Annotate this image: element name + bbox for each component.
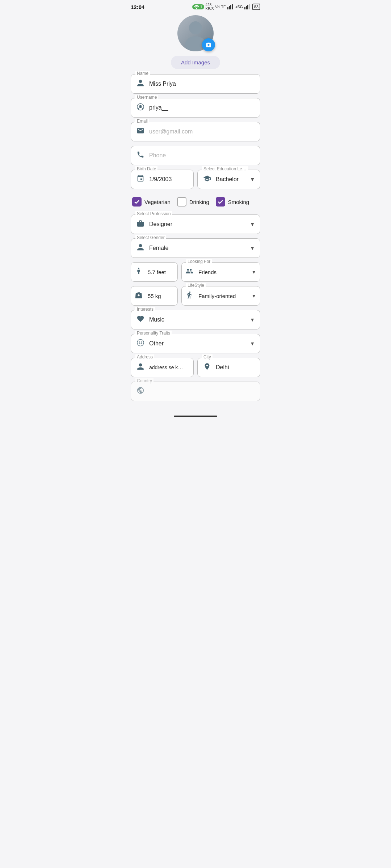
svg-rect-2 [229,6,230,9]
gender-field[interactable]: Select Gender Female ▼ [131,238,260,258]
status-bar: 12:04 1 428KB/S VoLTE +5G 83 [125,0,266,12]
drinking-label: Drinking [189,199,209,205]
checkmark2-icon [218,199,223,205]
email-icon [135,127,146,137]
profession-field[interactable]: Select Profession Designer ▼ [131,214,260,234]
personality-label: Personality Traits [135,331,172,336]
svg-rect-1 [227,7,228,9]
briefcase-icon [135,220,146,229]
profession-label: Select Profession [135,211,172,216]
education-icon [202,175,212,184]
gender-field-group: Select Gender Female ▼ [131,238,260,258]
education-dropdown-arrow: ▼ [250,176,255,182]
gender-dropdown-arrow: ▼ [250,245,255,251]
lookingfor-value: Friends [198,269,216,275]
address-field[interactable]: Address address se kya Gh… [131,358,194,377]
drinking-checkbox[interactable] [177,197,186,207]
name-field[interactable]: Name Miss Priya [131,74,260,94]
username-label: Username [135,95,158,100]
birthdate-field[interactable]: Birth Date 1/9/2003 [131,170,194,189]
checkmark-icon [134,199,140,205]
svg-point-9 [189,21,202,34]
email-label: Email [135,119,149,124]
personality-field[interactable]: Personality Traits Other ▼ [131,334,260,353]
lifestyle-checkboxes-row: Vegetarian Drinking Smoking [131,193,260,210]
weight-value: 55 kg [148,293,161,299]
network-type: VoLTE [215,5,226,9]
lookingfor-field[interactable]: Looking For Friends ▼ [181,262,260,282]
vegetarian-checkbox[interactable] [132,197,142,207]
education-label: Select Education Le… [202,166,248,171]
country-field-group: Country [131,382,260,401]
city-field[interactable]: City Delhi [197,358,260,377]
home-indicator [174,416,217,417]
email-field[interactable]: Email user@gmail.com [131,122,260,141]
address-icon [135,363,146,373]
profession-dropdown-arrow: ▼ [250,221,255,227]
height-value: 5.7 feet [148,269,166,275]
username-field[interactable]: Username priya__ [131,98,260,118]
address-label: Address [135,354,154,359]
username-field-group: Username priya__ [131,98,260,118]
birthdate-education-row: Birth Date 1/9/2003 Select Education Le…… [131,170,260,189]
interests-label: Interests [135,307,155,312]
birthdate-value: 1/9/2003 [149,176,172,183]
lookingfor-label: Looking For [186,259,212,264]
camera-button[interactable] [202,38,215,51]
profession-field-group: Select Profession Designer ▼ [131,214,260,234]
camera-icon [205,42,212,48]
gender-icon [135,243,146,253]
vegetarian-checkbox-item[interactable]: Vegetarian [132,197,171,207]
network-speed: 428KB/S [206,3,214,11]
svg-rect-4 [232,4,233,9]
home-indicator-area [125,413,266,421]
lookingfor-icon [185,267,193,277]
avatar-wrapper [177,15,214,51]
name-field-group: Name Miss Priya [131,74,260,94]
battery-icon: 83 [252,4,260,10]
vegetarian-label: Vegetarian [144,199,171,205]
status-time: 12:04 [131,4,144,10]
svg-point-0 [196,8,197,9]
birthdate-label: Birth Date [135,166,157,171]
smoking-checkbox-item[interactable]: Smoking [216,197,249,207]
phone-field[interactable]: Phone [131,146,260,165]
svg-point-12 [139,105,142,107]
personality-field-group: Personality Traits Other ▼ [131,334,260,353]
username-value: priya__ [149,105,168,111]
gender-label: Select Gender [135,235,166,240]
interests-value: Music [149,316,164,323]
personality-icon [135,339,146,349]
weight-icon [135,291,143,301]
address-city-row: Address address se kya Gh… City Delhi [131,358,260,377]
smoking-checkbox[interactable] [216,197,225,207]
lifestyle-dropdown-arrow: ▼ [251,293,256,299]
interests-field[interactable]: Interests Music ▼ [131,310,260,329]
battery-level: 83 [254,5,258,9]
add-images-button[interactable]: Add Images [171,56,220,69]
height-field[interactable]: 5.7 feet [131,262,178,282]
lifestyle-value: Family-oriented [198,293,236,299]
status-icons: 1 428KB/S VoLTE +5G 83 [192,3,260,11]
weight-field[interactable]: 55 kg [131,286,178,306]
signal-bars2-icon [244,4,251,9]
person-icon [135,79,146,89]
weight-lifestyle-row: 55 kg LifeStyle Family-oriented ▼ [131,286,260,306]
lifestyle-label: LifeStyle [186,283,206,288]
username-icon [135,103,146,113]
lifestyle-field[interactable]: LifeStyle Family-oriented ▼ [181,286,260,306]
email-field-group: Email user@gmail.com [131,122,260,141]
city-icon [202,363,212,373]
svg-point-14 [139,341,140,342]
svg-point-13 [137,339,144,346]
svg-rect-7 [247,5,248,9]
svg-rect-6 [246,6,247,9]
country-field[interactable]: Country [131,382,260,401]
city-value: Delhi [216,364,229,371]
interests-field-group: Interests Music ▼ [131,310,260,329]
phone-placeholder: Phone [149,152,166,159]
drinking-checkbox-item[interactable]: Drinking [177,197,209,207]
svg-point-15 [141,341,142,342]
education-field[interactable]: Select Education Le… Bachelor ▼ [197,170,260,189]
phone-icon [135,151,146,161]
